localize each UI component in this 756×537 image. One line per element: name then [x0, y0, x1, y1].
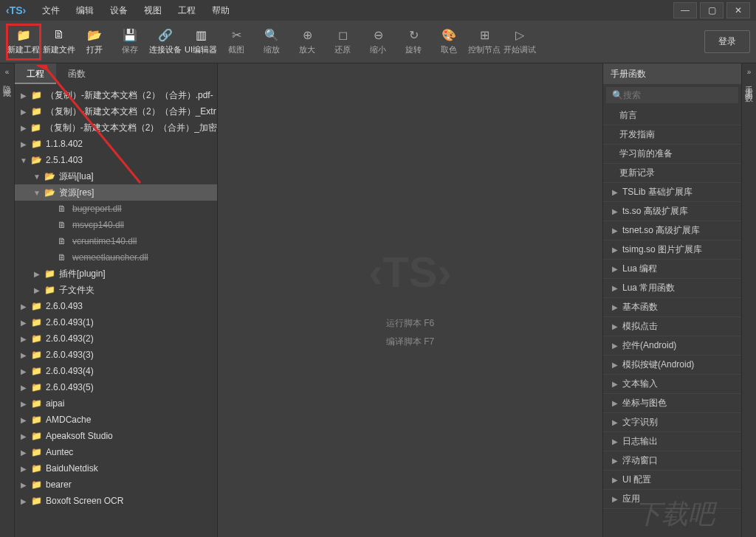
manual-item-label: 坐标与图色	[622, 397, 667, 409]
manual-item[interactable]: ▶浮动窗口	[603, 451, 741, 471]
tree-label: 2.6.0.493(4)	[46, 366, 94, 376]
manual-search[interactable]: 🔍	[606, 87, 738, 103]
manual-item[interactable]: ▶模拟点击	[603, 317, 741, 336]
tree-folder[interactable]: ▶📁aipai	[15, 395, 217, 412]
tree-label: 2.6.0.493(2)	[46, 333, 94, 344]
toolbar-connect-device[interactable]: 🔗连接设备	[148, 24, 183, 60]
expand-icon: ▼	[32, 189, 41, 197]
tree-label: 2.6.0.493(1)	[46, 317, 94, 328]
toolbar-label: 缩放	[264, 44, 280, 55]
tree-label: Auntec	[46, 447, 73, 457]
tree-folder[interactable]: ▶📁2.6.0.493(1)	[15, 314, 217, 330]
manual-item[interactable]: ▶日志输出	[603, 432, 741, 451]
tree-folder[interactable]: ▶📁1.1.8.402	[15, 136, 217, 152]
manual-item[interactable]: ▶tsnet.so 高级扩展库	[603, 221, 741, 240]
connect-device-icon: 🔗	[158, 28, 173, 41]
tree-file[interactable]: 🗎wemeetlauncher.dll	[15, 249, 217, 266]
manual-item-label: 浮动窗口	[622, 454, 658, 467]
tree-folder[interactable]: ▶📁2.6.0.493(5)	[15, 379, 217, 395]
tree-folder[interactable]: ▶📁Auntec	[15, 444, 217, 460]
expand-icon: ▶	[19, 302, 28, 311]
tree-folder[interactable]: ▶📁AMDCache	[15, 412, 217, 428]
close-button[interactable]: ✕	[726, 2, 750, 18]
manual-item[interactable]: 前言	[603, 106, 741, 125]
tab-project[interactable]: 工程	[15, 63, 56, 84]
tree-label: BaiduNetdisk	[46, 463, 98, 474]
expand-icon: ▶	[19, 367, 28, 375]
tree-file[interactable]: 🗎msvcp140.dll	[15, 217, 217, 233]
left-collapse-button[interactable]: « 隐藏	[0, 63, 15, 537]
tree-folder[interactable]: ▼📂2.5.1.403	[15, 152, 217, 168]
tree-folder[interactable]: ▶📁2.6.0.493(3)	[15, 347, 217, 363]
menu-item-文件[interactable]: 文件	[35, 1, 67, 20]
manual-item[interactable]: ▶ts.so 高级扩展库	[603, 202, 741, 221]
toolbar-new-file[interactable]: 🗎新建文件	[41, 24, 77, 60]
chevron-right-icon: ▶	[611, 322, 619, 330]
tree-folder[interactable]: ▶📁插件[plugin]	[15, 266, 217, 282]
toolbar-new-project[interactable]: 📁新建工程	[6, 24, 41, 60]
manual-item[interactable]: ▶Lua 编程	[603, 260, 741, 279]
tree-file[interactable]: 🗎vcruntime140.dll	[15, 233, 217, 249]
manual-item[interactable]: ▶应用	[603, 490, 741, 509]
manual-item[interactable]: ▶基本函数	[603, 298, 741, 317]
maximize-button[interactable]: ▢	[700, 2, 724, 18]
search-input[interactable]	[623, 90, 734, 100]
open-icon: 📂	[87, 28, 102, 41]
expand-icon: ▶	[19, 108, 28, 116]
tree-folder[interactable]: ▶📁（复制）-新建文本文档（2）（合并）_Extr	[15, 103, 217, 119]
tree-label: Boxoft Screen OCR	[46, 496, 123, 506]
manual-item[interactable]: 学习前的准备	[603, 145, 741, 164]
tab-functions[interactable]: 函数	[56, 63, 97, 84]
tree-folder[interactable]: ▶📁BaiduNetdisk	[15, 460, 217, 477]
tree-folder[interactable]: ▶📁子文件夹	[15, 282, 217, 298]
file-tree: ▶📁（复制）-新建文本文档（2）（合并）.pdf-▶📁（复制）-新建文本文档（2…	[15, 84, 217, 537]
manual-item[interactable]: ▶tsimg.so 图片扩展库	[603, 240, 741, 260]
tree-folder[interactable]: ▶📁（复制）-新建文本文档（2）（合并）_加密	[15, 119, 217, 136]
expand-icon: ▶	[32, 270, 41, 278]
restore-icon: ◻	[338, 28, 348, 41]
expand-icon: ▶	[19, 351, 28, 359]
manual-item[interactable]: ▶坐标与图色	[603, 394, 741, 413]
tree-folder[interactable]: ▶📁Apeaksoft Studio	[15, 428, 217, 444]
tree-folder[interactable]: ▶📁bearer	[15, 477, 217, 493]
manual-item[interactable]: ▶控件(Android)	[603, 336, 741, 356]
manual-item[interactable]: ▶Lua 常用函数	[603, 279, 741, 298]
login-button[interactable]: 登录	[704, 30, 750, 53]
toolbar-label: 新建文件	[43, 44, 75, 55]
menu-item-视图[interactable]: 视图	[137, 1, 169, 20]
tree-folder[interactable]: ▶📁2.6.0.493(2)	[15, 330, 217, 347]
toolbar-ui-editor[interactable]: ▥UI编辑器	[183, 24, 219, 60]
manual-item[interactable]: 开发指南	[603, 125, 741, 145]
right-collapse-button[interactable]: » 手册函数	[741, 63, 756, 537]
tree-file[interactable]: 🗎bugreport.dll	[15, 201, 217, 217]
manual-item[interactable]: 更新记录	[603, 164, 741, 183]
tree-label: AMDCache	[46, 415, 91, 425]
manual-item[interactable]: ▶文字识别	[603, 413, 741, 432]
menu-item-工程[interactable]: 工程	[171, 1, 203, 20]
toolbar-open[interactable]: 📂打开	[77, 24, 112, 60]
manual-item[interactable]: ▶TSLib 基础扩展库	[603, 183, 741, 202]
minimize-button[interactable]: —	[673, 2, 697, 18]
menu-item-设备[interactable]: 设备	[103, 1, 135, 20]
toolbar-label: 连接设备	[149, 44, 182, 55]
tree-folder[interactable]: ▶📁Boxoft Screen OCR	[15, 493, 217, 509]
menu-item-编辑[interactable]: 编辑	[69, 1, 101, 20]
menu-item-帮助[interactable]: 帮助	[205, 1, 237, 20]
manual-item-label: 文字识别	[622, 416, 658, 429]
manual-item[interactable]: ▶文本输入	[603, 375, 741, 394]
toolbar-label: 保存	[122, 44, 138, 55]
tree-folder[interactable]: ▼📂源码[lua]	[15, 168, 217, 184]
menubar: 文件编辑设备视图工程帮助	[35, 1, 237, 20]
chevron-right-icon: ▶	[611, 399, 619, 407]
toolbar-screenshot: ✂截图	[219, 24, 254, 60]
manual-item-label: Lua 常用函数	[622, 282, 675, 294]
tree-folder[interactable]: ▶📁2.6.0.493	[15, 298, 217, 314]
manual-item[interactable]: ▶模拟按键(Android)	[603, 356, 741, 375]
tree-folder[interactable]: ▶📁2.6.0.493(4)	[15, 363, 217, 379]
zoom-in-icon: ⊕	[303, 28, 312, 41]
tree-folder[interactable]: ▶📁（复制）-新建文本文档（2）（合并）.pdf-	[15, 87, 217, 103]
toolbar-label: 打开	[86, 44, 103, 55]
tree-folder[interactable]: ▼📂资源[res]	[15, 184, 217, 201]
manual-item[interactable]: ▶UI 配置	[603, 471, 741, 490]
toolbar-zoom-out: ⊖缩小	[360, 24, 396, 60]
